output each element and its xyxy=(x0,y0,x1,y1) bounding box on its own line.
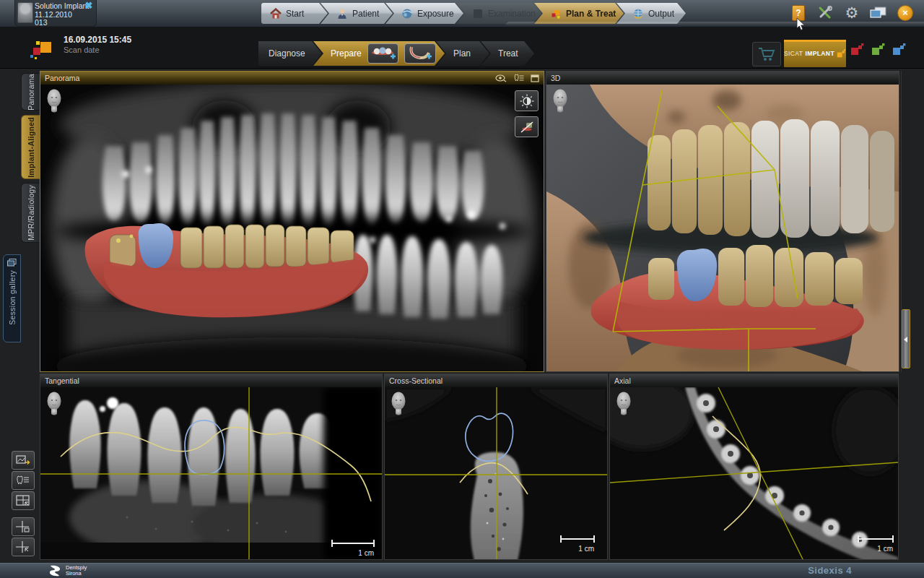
orientation-head-icon[interactable] xyxy=(390,392,407,416)
workspace-tab-label: Implant-Aligned xyxy=(27,117,35,178)
panorama-tools xyxy=(515,90,539,137)
implant-app-icon xyxy=(837,48,846,59)
gallery-icon xyxy=(7,259,17,267)
tab-label: Start xyxy=(286,9,304,19)
layout-button[interactable] xyxy=(12,491,35,510)
axial-slice: 1 cm xyxy=(610,387,898,559)
session-gallery-label: Session gallery xyxy=(8,270,17,325)
scan-datetime: 16.09.2015 15:45 xyxy=(64,35,131,45)
patient-name: Solution Implant xyxy=(35,2,89,11)
workspace-tab-panorama[interactable]: Panorama xyxy=(21,73,40,111)
view-title: Axial xyxy=(614,376,631,385)
patient-icon xyxy=(336,8,348,20)
app-product-label: IMPLANT xyxy=(805,50,834,57)
brightness-contrast-button[interactable] xyxy=(515,90,539,111)
center-crosshair-button[interactable] xyxy=(12,538,35,556)
phase-navigation: Start Patient Exposure Examination Plan … xyxy=(261,3,686,24)
tangential-view: Tangential xyxy=(40,374,383,560)
tab-label: Patient xyxy=(352,9,379,19)
tab-exposure[interactable]: Exposure xyxy=(385,3,463,24)
windows-icon[interactable] xyxy=(870,4,887,22)
cross-sectional-view: Cross-Sectional xyxy=(384,374,608,560)
workspace-tab-mpr-radiology[interactable]: MPR/Radiology xyxy=(21,183,40,243)
3d-viewport[interactable] xyxy=(546,85,899,371)
orientation-head-icon[interactable] xyxy=(45,392,63,416)
object-panel-handle[interactable] xyxy=(902,309,910,368)
panorama-view-header[interactable]: Panorama xyxy=(40,72,544,85)
step-label: Diagnose xyxy=(269,48,305,59)
status-bar: Dentsply Sirona Sidexis 4 xyxy=(0,563,924,578)
brand-line2: Sirona xyxy=(66,571,87,577)
home-icon xyxy=(270,8,282,20)
patient-card[interactable]: Solution Implant 11.12.2010 013 ✖ xyxy=(14,0,97,27)
workspace-tab-label: MPR/Radiology xyxy=(27,185,35,241)
jaw-curve-icon xyxy=(407,46,433,61)
tools-icon[interactable] xyxy=(816,4,834,22)
tangential-viewport[interactable]: 1 cm xyxy=(40,387,382,559)
scale-label: 1 cm xyxy=(358,549,374,557)
axial-view: Axial xyxy=(609,374,899,560)
tab-start[interactable]: Start xyxy=(261,3,328,24)
workflow-toolbar: 16.09.2015 15:45 Scan date Diagnose Prep… xyxy=(0,27,924,69)
tab-label: Examination xyxy=(488,9,536,19)
plan-treat-icon xyxy=(550,8,562,20)
tab-plan-treat[interactable]: Plan & Treat xyxy=(534,3,624,24)
app-brand-label: SICAT xyxy=(784,50,803,57)
exposure-icon xyxy=(401,8,413,20)
step-label: Treat xyxy=(498,48,518,59)
workspace-tab-implant-aligned[interactable]: Implant-Aligned xyxy=(21,115,40,179)
scale-label: 1 cm xyxy=(578,545,594,553)
app-blue-icon[interactable] xyxy=(892,43,907,56)
hide-objects-button[interactable] xyxy=(515,116,539,137)
tab-patient[interactable]: Patient xyxy=(321,3,393,24)
orientation-head-icon[interactable] xyxy=(45,89,63,113)
step-prepare[interactable]: Prepare xyxy=(313,41,445,66)
view-settings-button[interactable] xyxy=(12,471,35,490)
optical-impression-icon xyxy=(370,46,396,61)
help-icon[interactable]: ? xyxy=(790,4,807,22)
settings-icon[interactable]: ⚙ xyxy=(843,4,860,22)
panorama-viewport[interactable] xyxy=(40,85,544,371)
tab-output[interactable]: Output xyxy=(616,3,686,24)
step-diagnose[interactable]: Diagnose xyxy=(258,41,322,66)
patient-avatar xyxy=(17,2,33,23)
close-patient-icon[interactable]: ✖ xyxy=(84,1,94,11)
sicat-logo xyxy=(29,39,58,62)
view-title: Tangential xyxy=(45,376,79,385)
cart-icon xyxy=(757,46,776,62)
scan-date-label: Scan date xyxy=(64,46,131,54)
shop-cart-button[interactable] xyxy=(752,42,781,66)
title-bar: Solution Implant 11.12.2010 013 ✖ Start … xyxy=(0,0,924,27)
app-red-icon[interactable] xyxy=(850,43,865,56)
tangential-view-header[interactable]: Tangential xyxy=(40,374,382,387)
orientation-head-icon[interactable] xyxy=(552,89,569,113)
maximize-icon[interactable] xyxy=(531,74,539,82)
axial-viewport[interactable]: 1 cm xyxy=(610,387,898,559)
output-icon xyxy=(632,8,644,20)
3d-view-header[interactable]: 3D xyxy=(546,72,899,85)
orientation-head-icon[interactable] xyxy=(615,392,632,416)
scale-label: 1 cm xyxy=(877,545,893,553)
export-view-button[interactable] xyxy=(12,451,35,470)
cross-sectional-view-header[interactable]: Cross-Sectional xyxy=(385,374,607,387)
patient-id: 013 xyxy=(35,19,89,27)
cross-sectional-viewport[interactable]: 1 cm xyxy=(385,387,607,559)
prepare-steps: Diagnose Prepare xyxy=(258,41,534,66)
product-name: Sidexis 4 xyxy=(808,565,852,576)
import-jaw-scan-button[interactable] xyxy=(404,43,436,64)
show-objects-icon[interactable] xyxy=(495,74,507,82)
axial-view-header[interactable]: Axial xyxy=(610,374,898,387)
import-optical-impressions-button[interactable] xyxy=(367,43,399,64)
3d-render xyxy=(546,85,899,371)
sidexis-window: Solution Implant 11.12.2010 013 ✖ Start … xyxy=(0,0,924,578)
cross-sectional-slice: 1 cm xyxy=(385,387,607,559)
show-crosshair-button[interactable] xyxy=(12,517,35,536)
view-configuration-icon[interactable] xyxy=(513,74,524,82)
close-icon[interactable]: × xyxy=(897,4,914,22)
tab-label: Output xyxy=(648,9,674,19)
session-gallery-tab[interactable]: Session gallery xyxy=(3,254,21,342)
examination-icon xyxy=(472,8,484,20)
app-green-icon[interactable] xyxy=(871,43,886,56)
3d-view: 3D xyxy=(546,71,899,372)
sicat-implant-app-button[interactable]: SICAT IMPLANT xyxy=(784,40,846,67)
